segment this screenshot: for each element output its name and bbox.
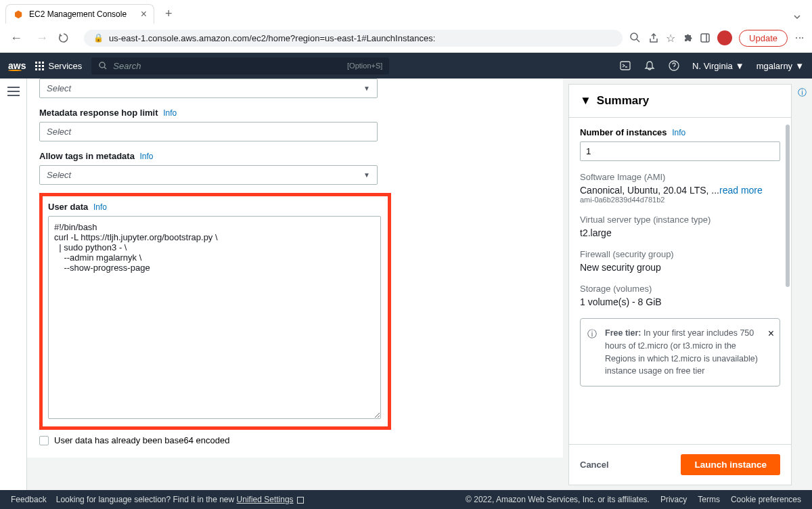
info-link[interactable]: Info	[672, 128, 685, 137]
user-data-textarea[interactable]	[48, 216, 381, 419]
browser-tab-bar: ⬢ EC2 Management Console × +	[0, 0, 812, 24]
info-link[interactable]: Info	[140, 152, 154, 161]
launch-instance-button[interactable]: Launch instance	[681, 454, 780, 475]
info-link[interactable]: Info	[163, 108, 177, 118]
allow-tags-select[interactable]: Select ▼	[39, 165, 378, 185]
page-layout: Select ▼ Metadata response hop limit Inf…	[0, 79, 812, 491]
user-data-label: User data	[48, 202, 88, 212]
aws-favicon-icon: ⬢	[13, 9, 24, 20]
unified-settings-link[interactable]: Unified Settings	[237, 495, 294, 504]
aws-top-nav: aws Services Search [Option+S] N. Virgin…	[0, 53, 812, 79]
free-tier-notice: ⓘ × Free tier: In your first year includ…	[580, 318, 780, 386]
chevron-down-icon: ▼	[580, 94, 591, 108]
scrollbar[interactable]	[786, 125, 790, 287]
help-icon[interactable]	[668, 60, 680, 72]
instance-type-value: t2.large	[580, 227, 780, 238]
svg-line-5	[104, 67, 106, 69]
lang-text: Looking for language selection? Find it …	[56, 495, 304, 504]
url-text: us-east-1.console.aws.amazon.com/ec2/hom…	[109, 33, 435, 43]
aws-footer: Feedback Looking for language selection?…	[0, 490, 812, 509]
search-icon[interactable]	[629, 32, 641, 44]
services-menu[interactable]: Services	[35, 61, 82, 71]
base64-label: User data has already been base64 encode…	[54, 435, 229, 445]
new-tab-button[interactable]: +	[160, 4, 178, 24]
browser-chrome: ⬢ EC2 Management Console × + ← → 🔒 us-ea…	[0, 0, 812, 53]
back-button[interactable]: ←	[7, 31, 26, 45]
close-tab-icon[interactable]: ×	[141, 9, 147, 20]
cloudshell-icon[interactable]	[619, 60, 631, 72]
tab-title: EC2 Management Console	[29, 9, 127, 19]
forward-button: →	[32, 31, 51, 45]
storage-value: 1 volume(s) - 8 GiB	[580, 296, 780, 307]
firewall-value: New security group	[580, 262, 780, 273]
left-nav-rail	[0, 79, 27, 491]
allow-tags-label: Allow tags in metadata	[39, 151, 135, 161]
metadata-hop-label: Metadata response hop limit	[39, 108, 158, 118]
tab-overflow-icon[interactable]	[788, 10, 807, 24]
num-instances-label: Number of instances	[580, 127, 667, 137]
main-form-pane: Select ▼ Metadata response hop limit Inf…	[27, 79, 568, 491]
user-data-highlight: User data Info	[39, 193, 391, 430]
cancel-button[interactable]: Cancel	[580, 460, 609, 470]
num-instances-input[interactable]	[580, 141, 780, 161]
profile-avatar[interactable]	[717, 30, 732, 45]
address-bar[interactable]: 🔒 us-east-1.console.aws.amazon.com/ec2/h…	[84, 30, 623, 47]
bookmark-icon[interactable]: ☆	[666, 32, 675, 45]
region-selector[interactable]: N. Virginia ▼	[692, 61, 744, 71]
chevron-down-icon: ▼	[363, 171, 370, 179]
instance-type-label: Virtual server type (instance type)	[580, 215, 780, 225]
lock-icon: 🔒	[93, 33, 104, 43]
ami-label: Software Image (AMI)	[580, 172, 780, 182]
browser-toolbar: ← → 🔒 us-east-1.console.aws.amazon.com/e…	[0, 24, 812, 52]
aws-logo[interactable]: aws	[8, 60, 26, 71]
reload-button[interactable]	[58, 32, 77, 43]
chevron-down-icon: ▼	[363, 85, 370, 92]
info-panel-icon[interactable]: ⓘ	[798, 87, 807, 491]
extensions-icon[interactable]	[682, 32, 693, 43]
notifications-icon[interactable]	[644, 60, 656, 72]
metadata-version-select[interactable]: Select ▼	[39, 79, 378, 98]
copyright-text: © 2022, Amazon Web Services, Inc. or its…	[466, 495, 650, 504]
info-link[interactable]: Info	[93, 202, 107, 212]
svg-line-1	[637, 39, 639, 42]
browser-tab[interactable]: ⬢ EC2 Management Console ×	[5, 4, 154, 24]
hamburger-menu-icon[interactable]	[7, 87, 20, 491]
read-more-link[interactable]: read more	[719, 185, 763, 196]
privacy-link[interactable]: Privacy	[660, 495, 687, 504]
grid-icon	[35, 62, 44, 70]
summary-panel: ▼ Summary Number of instances Info Softw…	[568, 84, 792, 485]
right-info-rail: ⓘ	[792, 79, 812, 491]
external-link-icon	[297, 497, 304, 504]
browser-menu-button[interactable]: ⋮	[794, 33, 805, 43]
terms-link[interactable]: Terms	[698, 495, 720, 504]
ami-value: Canonical, Ubuntu, 20.04 LTS, ...read mo…	[580, 185, 780, 196]
svg-point-7	[669, 61, 679, 70]
sidepanel-icon[interactable]	[700, 32, 710, 43]
chevron-down-icon: ▼	[795, 61, 804, 71]
close-notice-icon[interactable]: ×	[768, 326, 774, 342]
feedback-link[interactable]: Feedback	[11, 495, 47, 504]
metadata-hop-select[interactable]: Select	[39, 122, 378, 141]
svg-point-0	[631, 33, 637, 40]
cookie-link[interactable]: Cookie preferences	[731, 495, 801, 504]
svg-rect-2	[701, 34, 709, 42]
info-icon: ⓘ	[587, 327, 597, 341]
update-button[interactable]: Update	[739, 30, 788, 47]
share-icon[interactable]	[648, 32, 659, 43]
storage-label: Storage (volumes)	[580, 284, 780, 294]
aws-search-input[interactable]: Search [Option+S]	[91, 58, 389, 74]
chevron-down-icon: ▼	[736, 61, 744, 71]
svg-point-4	[99, 62, 105, 68]
account-menu[interactable]: mgalarny ▼	[757, 61, 804, 71]
base64-checkbox[interactable]	[39, 436, 49, 445]
firewall-label: Firewall (security group)	[580, 249, 780, 259]
search-icon	[98, 61, 108, 70]
summary-header[interactable]: ▼ Summary	[569, 85, 791, 118]
ami-id: ami-0a6b2839d44d781b2	[580, 196, 780, 204]
